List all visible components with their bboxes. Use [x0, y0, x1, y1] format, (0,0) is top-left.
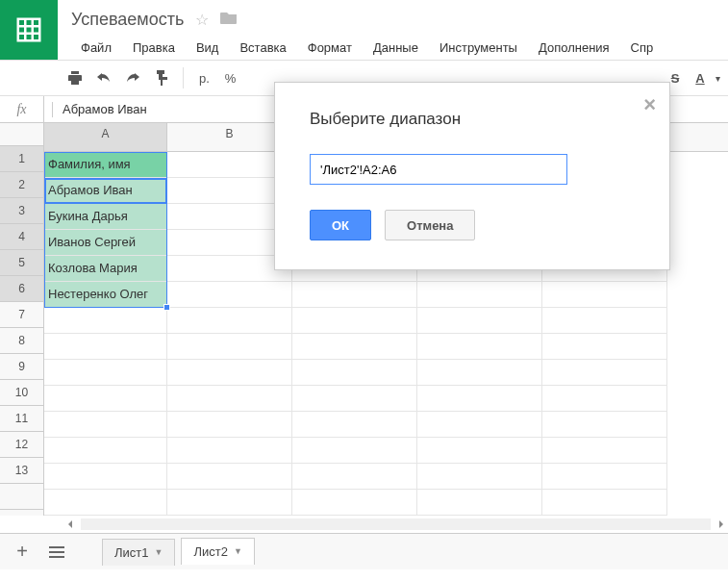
paint-format-icon[interactable] — [152, 68, 171, 88]
cell[interactable] — [292, 464, 417, 490]
cell[interactable] — [417, 308, 542, 334]
cell[interactable] — [167, 412, 292, 438]
cell[interactable] — [542, 360, 667, 386]
menu-item[interactable]: Спр — [621, 37, 664, 59]
cell[interactable] — [44, 386, 167, 412]
row-header[interactable]: 10 — [0, 380, 43, 406]
cell[interactable]: Козлова Мария — [44, 256, 167, 282]
row-header[interactable]: 7 — [0, 302, 43, 328]
text-color-icon[interactable]: A — [690, 68, 710, 88]
cancel-button[interactable]: Отмена — [385, 210, 475, 240]
cell[interactable] — [44, 438, 167, 464]
cell[interactable] — [417, 464, 542, 490]
scroll-right-icon[interactable] — [715, 518, 728, 531]
cell[interactable] — [417, 386, 542, 412]
cell[interactable] — [417, 334, 542, 360]
cell[interactable] — [292, 334, 417, 360]
row-header[interactable] — [0, 484, 43, 510]
menu-item[interactable]: Инструменты — [430, 37, 527, 59]
fill-handle[interactable] — [163, 304, 170, 311]
menu-item[interactable]: Правка — [123, 37, 185, 59]
cell[interactable] — [417, 360, 542, 386]
cell[interactable] — [417, 438, 542, 464]
cell[interactable] — [542, 438, 667, 464]
cell[interactable] — [542, 282, 667, 308]
row-header[interactable]: 13 — [0, 458, 43, 484]
cell[interactable] — [292, 386, 417, 412]
percent-format-button[interactable]: % — [221, 71, 240, 86]
range-input[interactable] — [310, 154, 567, 185]
cell[interactable] — [167, 360, 292, 386]
cell[interactable] — [167, 490, 292, 516]
menu-item[interactable]: Формат — [298, 37, 362, 59]
close-icon[interactable]: × — [643, 92, 656, 117]
row-header[interactable]: 5 — [0, 250, 43, 276]
cell[interactable] — [167, 334, 292, 360]
toolbar-more-icon[interactable]: ▾ — [715, 73, 720, 84]
app-icon[interactable] — [0, 0, 58, 60]
cell[interactable] — [44, 308, 167, 334]
chevron-down-icon[interactable]: ▼ — [154, 547, 163, 557]
cell[interactable] — [292, 308, 417, 334]
row-header[interactable]: 6 — [0, 276, 43, 302]
currency-format-button[interactable]: р. — [195, 71, 213, 86]
cell[interactable] — [292, 490, 417, 516]
cell[interactable] — [44, 412, 167, 438]
document-title[interactable]: Успеваемость — [71, 10, 184, 30]
folder-icon[interactable] — [220, 11, 238, 28]
row-header[interactable]: 9 — [0, 354, 43, 380]
cell[interactable]: Фамилия, имя — [44, 152, 167, 178]
row-header[interactable]: 2 — [0, 172, 43, 198]
row-header[interactable]: 1 — [0, 146, 43, 172]
undo-icon[interactable] — [94, 68, 113, 88]
cell[interactable] — [417, 490, 542, 516]
menu-item[interactable]: Файл — [71, 37, 121, 59]
cell[interactable] — [542, 490, 667, 516]
print-icon[interactable] — [65, 68, 85, 88]
select-all-corner[interactable] — [0, 123, 44, 146]
cell[interactable] — [542, 308, 667, 334]
cell[interactable] — [542, 412, 667, 438]
cell[interactable] — [167, 464, 292, 490]
redo-icon[interactable] — [123, 68, 142, 88]
cell[interactable] — [542, 464, 667, 490]
cell[interactable] — [167, 308, 292, 334]
ok-button[interactable]: ОК — [310, 210, 371, 240]
cell[interactable]: Иванов Сергей — [44, 230, 167, 256]
menu-item[interactable]: Вид — [187, 37, 229, 59]
row-header[interactable]: 12 — [0, 432, 43, 458]
cell[interactable]: Нестеренко Олег — [44, 282, 167, 308]
menu-item[interactable]: Данные — [364, 37, 428, 59]
chevron-down-icon[interactable]: ▼ — [234, 546, 242, 556]
all-sheets-button[interactable] — [42, 538, 71, 567]
sheet-tab-2[interactable]: Лист2 ▼ — [181, 538, 254, 565]
row-header[interactable]: 8 — [0, 328, 43, 354]
cell[interactable] — [44, 360, 167, 386]
cell[interactable] — [292, 438, 417, 464]
row-header[interactable]: 3 — [0, 198, 43, 224]
row-header[interactable]: 4 — [0, 224, 43, 250]
cell[interactable] — [292, 360, 417, 386]
cell[interactable]: Букина Дарья — [44, 204, 167, 230]
cell[interactable] — [417, 282, 542, 308]
cell[interactable]: Абрамов Иван — [44, 178, 167, 204]
horizontal-scrollbar[interactable] — [0, 516, 728, 533]
cell[interactable] — [167, 282, 292, 308]
cell[interactable] — [542, 334, 667, 360]
star-icon[interactable]: ☆ — [195, 11, 209, 29]
scroll-left-icon[interactable] — [63, 518, 77, 531]
add-sheet-button[interactable]: + — [8, 538, 37, 567]
row-header[interactable]: 11 — [0, 406, 43, 432]
cell[interactable] — [167, 386, 292, 412]
cell[interactable] — [167, 438, 292, 464]
menu-item[interactable]: Вставка — [230, 37, 295, 59]
column-header[interactable]: A — [44, 123, 167, 151]
cell[interactable] — [292, 282, 417, 308]
cell[interactable] — [542, 386, 667, 412]
cell[interactable] — [44, 490, 167, 516]
cell[interactable] — [44, 464, 167, 490]
sheet-tab-1[interactable]: Лист1 ▼ — [102, 539, 175, 566]
cell[interactable] — [417, 412, 542, 438]
cell[interactable] — [292, 412, 417, 438]
menu-item[interactable]: Дополнения — [529, 37, 619, 59]
